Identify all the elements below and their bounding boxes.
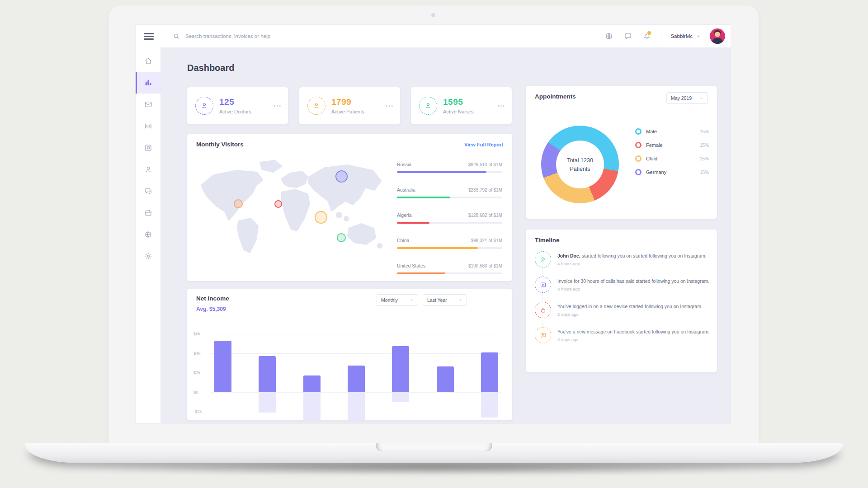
legend-pct: 15% — [700, 129, 709, 134]
card-menu-button[interactable]: ••• — [386, 103, 394, 108]
bar-negative — [303, 392, 321, 420]
stat-card-patients: 1799 Active Patients ••• — [299, 87, 400, 124]
messages-icon[interactable] — [623, 31, 633, 41]
net-income-title: Net Income — [196, 295, 229, 302]
lock-icon — [535, 302, 551, 318]
timeline-text: You've logged in on a new device started… — [557, 304, 703, 309]
sidebar-item-chat[interactable] — [136, 180, 160, 202]
user-plus-icon — [535, 251, 551, 267]
timeline-actor: John Doe, — [557, 253, 580, 258]
country-name: Algeria — [397, 212, 412, 218]
nurse-icon — [419, 97, 437, 115]
card-menu-button[interactable]: ••• — [497, 103, 505, 108]
bar-positive — [481, 352, 498, 392]
sidebar-item-globe[interactable] — [136, 224, 160, 245]
country-progress-row: China$98,321 of $1M — [397, 238, 502, 249]
globe-icon[interactable] — [604, 31, 614, 41]
bar-positive — [259, 356, 276, 392]
sidebar-item-calendar[interactable] — [136, 202, 160, 224]
search-input[interactable] — [184, 33, 331, 39]
country-amount: $829,510 of $1M — [468, 162, 502, 167]
timeline-card: Timeline John Doe, started following you… — [526, 230, 717, 372]
stat-value: 1799 — [331, 97, 364, 107]
sidebar-item-home[interactable] — [136, 50, 160, 72]
donut-legend: Male 15% Female 15% Child 15% Germany 15… — [635, 128, 709, 183]
chevron-down-icon — [699, 96, 703, 100]
stat-label: Active Nurses — [443, 109, 474, 114]
topbar-actions: SabbirMc — [604, 28, 731, 44]
month-select-value: May 2019 — [671, 95, 692, 101]
patient-icon — [307, 97, 326, 115]
invoice-icon — [535, 277, 551, 293]
timeline-item: You've a new message on Facebook started… — [535, 327, 710, 343]
bar-negative — [481, 392, 498, 418]
timeline-item: You've logged in on a new device started… — [535, 302, 710, 318]
stat-label: Active Doctors — [219, 109, 251, 114]
chat-icon — [144, 187, 152, 195]
hospital-beds-icon — [144, 122, 152, 130]
username-label: SabbirMc — [670, 33, 693, 39]
timeline-rail — [542, 257, 543, 337]
map-marker-china — [315, 211, 327, 224]
records-icon — [144, 144, 152, 152]
legend-ring-icon — [635, 169, 642, 175]
sidebar-item-settings[interactable] — [136, 245, 160, 267]
country-progress-row: Russia$829,510 of $1M — [397, 162, 502, 173]
main-content: Dashboard 125 Active Doctors ••• 1799 Ac… — [160, 47, 731, 423]
timeline-time: 3 days ago — [557, 337, 710, 342]
sidebar-item-mail[interactable] — [136, 94, 160, 115]
bar-positive — [214, 341, 231, 392]
bar-group — [348, 334, 365, 420]
sidebar-item-beds[interactable] — [136, 115, 160, 137]
country-progress-row: Algeria$128,682 of $1M — [397, 212, 502, 224]
progress-track — [397, 171, 502, 173]
dashboard-screen: SabbirMc — [136, 25, 731, 423]
legend-row: Female 15% — [635, 142, 709, 148]
world-map — [193, 157, 388, 259]
sidebar-item-dashboard[interactable] — [136, 72, 160, 94]
notification-badge — [646, 30, 652, 36]
hamburger-menu-icon[interactable] — [144, 33, 154, 40]
net-income-average: Avg. $5,309 — [196, 306, 226, 312]
bar-positive — [437, 366, 454, 392]
monthly-visitors-title: Monthly Visitors — [196, 141, 244, 148]
bar-group — [214, 334, 231, 420]
bar-group — [303, 334, 321, 420]
card-menu-button[interactable]: ••• — [274, 103, 282, 108]
timeline-text: started following you on started followi… — [580, 253, 707, 258]
period-select-value: Monthly — [381, 297, 398, 303]
map-marker-australia — [337, 233, 346, 242]
legend-pct: 15% — [700, 143, 709, 148]
legend-pct: 15% — [700, 156, 709, 161]
avatar[interactable] — [710, 28, 725, 44]
bar-group — [392, 334, 409, 420]
user-menu[interactable]: SabbirMc — [670, 33, 701, 39]
notifications-bell-icon[interactable] — [642, 31, 652, 41]
progress-fill — [397, 197, 450, 198]
country-amount: $233,792 of $1M — [468, 188, 502, 192]
timeline-item: Invoice for 30 hours of calls has paid s… — [535, 277, 710, 293]
legend-label: Male — [646, 129, 657, 134]
country-progress-row: Australia$233,792 of $1M — [397, 187, 502, 198]
sidebar-item-records[interactable] — [136, 137, 160, 159]
bar-group — [437, 334, 454, 420]
month-select[interactable]: May 2019 — [666, 92, 708, 104]
sidebar — [136, 47, 161, 423]
view-full-report-link[interactable]: View Full Report — [464, 142, 503, 147]
y-axis-tick: $4k — [193, 351, 209, 356]
settings-icon — [144, 252, 152, 260]
timeline-item: John Doe, started following you on start… — [535, 251, 710, 267]
range-select[interactable]: Last Year — [423, 294, 467, 306]
legend-row: Germany 15% — [635, 169, 709, 175]
timeline-time: 2 days ago — [557, 312, 703, 317]
bar-group — [259, 334, 276, 420]
bar-positive — [392, 346, 409, 392]
legend-ring-icon — [635, 155, 642, 162]
bar-negative — [392, 392, 409, 402]
donut-center-bottom: Patients — [570, 166, 590, 172]
sidebar-item-patients[interactable] — [136, 159, 160, 180]
progress-fill — [397, 171, 486, 173]
timeline-text: Invoice for 30 hours of calls has paid s… — [557, 278, 709, 284]
period-select[interactable]: Monthly — [377, 294, 418, 306]
map-marker-united-states — [234, 199, 243, 208]
